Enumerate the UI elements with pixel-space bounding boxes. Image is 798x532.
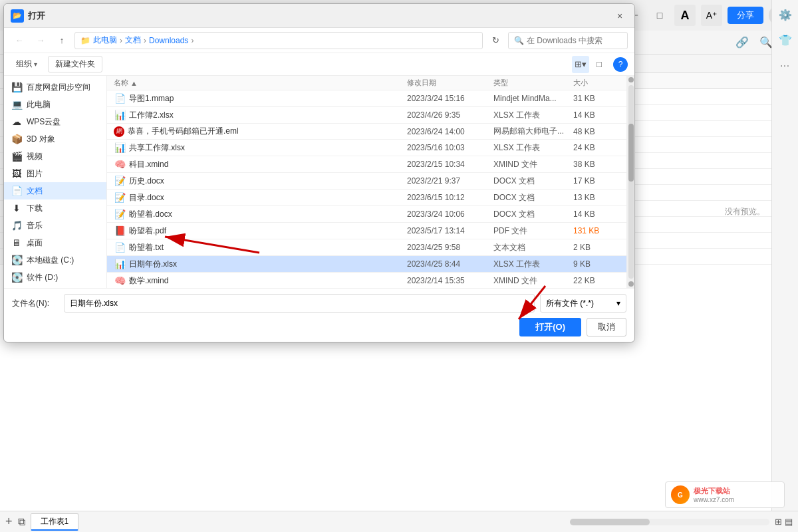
share-button[interactable]: 分享 — [728, 7, 763, 24]
grid-view-button[interactable]: ⊞▾ — [572, 56, 589, 73]
file-row-shared-xlsx[interactable]: 📊共享工作簿.xlsx 2023/5/16 10:03 XLSX 工作表 24 … — [107, 140, 626, 156]
file-icon-xmind1: 🧠 — [114, 158, 126, 170]
back-button[interactable]: ← — [11, 32, 28, 49]
header-size[interactable]: 大小 — [573, 78, 620, 88]
file-icon-date-xlsx: 📊 — [114, 258, 126, 270]
path-part-downloads[interactable]: Downloads — [149, 36, 188, 45]
file-type-math-xmind: XMIND 文件 — [493, 275, 573, 287]
forward-button[interactable]: → — [32, 32, 49, 49]
file-size-panwang-txt: 2 KB — [573, 243, 620, 252]
link-icon[interactable]: 🔗 — [735, 36, 749, 49]
sheet-bottom-bar: + ⧉ 工作表1 ⊞ ▤ — [0, 511, 798, 532]
watermark-text: 极光下载站 www.xz7.com — [694, 486, 734, 503]
add-sheet-button[interactable]: + — [5, 515, 13, 529]
sidebar-item-downloads[interactable]: ⬇ 下载 — [4, 200, 106, 217]
path-folder-icon: 📁 — [80, 36, 90, 45]
sidebar-icon-1[interactable]: ⚙️ — [776, 5, 795, 24]
drive-d-icon: 💽 — [11, 271, 23, 283]
font-plus-icon[interactable]: A⁺ — [701, 5, 722, 26]
maximize-button[interactable]: □ — [650, 6, 669, 25]
search-sheet-icon[interactable]: 🔍 — [759, 36, 773, 49]
file-size-eml: 48 KB — [573, 127, 620, 136]
file-icon-catalog: 📝 — [114, 192, 126, 203]
file-row-history[interactable]: 📝历史.docx 2023/2/21 9:37 DOCX 文档 17 KB — [107, 173, 626, 190]
sidebar-item-drive-d[interactable]: 💽 软件 (D:) — [4, 269, 106, 286]
right-sidebar: ⚙️ 👕 ··· — [771, 0, 798, 532]
file-list-scrollbar[interactable] — [626, 76, 634, 288]
cancel-button[interactable]: 取消 — [587, 318, 626, 336]
sidebar-item-desktop[interactable]: 🖥 桌面 — [4, 234, 106, 251]
open-button[interactable]: 打开(O) — [519, 318, 581, 336]
view-toggle-icon[interactable]: ▤ — [785, 517, 793, 527]
sidebar-item-pictures[interactable]: 🖼 图片 — [4, 165, 106, 182]
preview-button[interactable]: □ — [591, 56, 608, 73]
file-open-dialog: 📂 打开 × ← → ↑ 📁 此电脑 › 文档 › Downloads › ↻ … — [3, 3, 635, 342]
file-icon-panwang-pdf: 📕 — [114, 225, 126, 237]
no-preview-text: 没有预览。 — [725, 206, 765, 217]
sidebar-label-drive-d: 软件 (D:) — [27, 272, 58, 283]
file-type-mmap: Mindjet MindMa... — [493, 94, 573, 103]
file-size-panwang-docx: 14 KB — [573, 209, 620, 219]
view-buttons: ⊞▾ □ — [572, 56, 608, 73]
sidebar-item-wps[interactable]: ☁ WPS云盘 — [4, 113, 106, 130]
sidebar-item-3d[interactable]: 📦 3D 对象 — [4, 130, 106, 148]
file-row-panwang-txt[interactable]: 📄盼望着.txt 2023/4/25 9:58 文本文档 2 KB — [107, 239, 626, 256]
search-input[interactable] — [527, 36, 622, 45]
filetype-dropdown-icon: ▾ — [616, 299, 620, 308]
file-row-panwang-pdf[interactable]: 📕盼望着.pdf 2023/5/17 13:14 PDF 文件 131 KB — [107, 223, 626, 239]
file-row-date-xlsx[interactable]: 📊日期年份.xlsx 2023/4/25 8:44 XLSX 工作表 9 KB — [107, 256, 626, 273]
sidebar-item-music[interactable]: 🎵 音乐 — [4, 217, 106, 234]
baidu-icon: 💾 — [11, 81, 23, 93]
music-icon: 🎵 — [11, 219, 23, 231]
file-date-mmap: 2023/3/24 15:16 — [407, 94, 493, 103]
file-row-math-xmind[interactable]: 🧠数学.xmind 2023/2/14 15:35 XMIND 文件 22 KB — [107, 273, 626, 288]
sheet-tab-1[interactable]: 工作表1 — [31, 513, 79, 531]
file-size-xmind1: 38 KB — [573, 160, 620, 169]
sidebar-icon-shirt[interactable]: 👕 — [776, 31, 795, 49]
dialog-title-bar: 📂 打开 × — [4, 4, 634, 28]
file-date-math-xmind: 2023/2/14 15:35 — [407, 276, 493, 285]
sidebar-item-documents[interactable]: 📄 文档 — [4, 182, 106, 200]
path-part-documents[interactable]: 文档 — [125, 35, 141, 46]
nav-path[interactable]: 📁 此电脑 › 文档 › Downloads › — [74, 32, 483, 49]
sidebar-item-baidu[interactable]: 💾 百度网盘同步空间 — [4, 78, 106, 96]
file-row-xmind1[interactable]: 🧠科目.xmind 2023/2/15 10:34 XMIND 文件 38 KB — [107, 156, 626, 173]
file-row-eml[interactable]: 網 恭喜，手机号码邮箱已开通.eml 2023/6/24 14:00 网易邮箱大… — [107, 124, 626, 140]
layers-icon[interactable]: ⧉ — [18, 516, 25, 528]
header-name[interactable]: 名称 ▲ — [114, 78, 407, 88]
file-row-xlsx1[interactable]: 📊工作簿2.xlsx 2023/4/26 9:35 XLSX 工作表 14 KB — [107, 107, 626, 124]
file-date-panwang-docx: 2023/3/24 10:06 — [407, 209, 493, 219]
sidebar-icon-dots[interactable]: ··· — [776, 56, 795, 74]
file-row-panwang-docx[interactable]: 📝盼望着.docx 2023/3/24 10:06 DOCX 文档 14 KB — [107, 206, 626, 223]
new-folder-button[interactable]: 新建文件夹 — [48, 56, 102, 72]
filename-input[interactable] — [64, 294, 535, 313]
sidebar-item-video[interactable]: 🎬 视频 — [4, 148, 106, 165]
view-grid-icon[interactable]: ⊞ — [775, 517, 782, 527]
organize-button[interactable]: 组织 ▾ — [11, 57, 43, 71]
font-size-icon[interactable]: A — [674, 5, 696, 26]
help-button[interactable]: ? — [613, 57, 628, 72]
file-date-shared: 2023/5/16 10:03 — [407, 143, 493, 152]
desktop-icon: 🖥 — [11, 237, 23, 249]
file-row-mmap[interactable]: 📄导图1.mmap 2023/3/24 15:16 Mindjet MindMa… — [107, 90, 626, 107]
sidebar-item-computer[interactable]: 💻 此电脑 — [4, 96, 106, 113]
file-icon-xlsx1: 📊 — [114, 109, 126, 121]
header-date[interactable]: 修改日期 — [407, 78, 493, 88]
sidebar-item-drive-c[interactable]: 💽 本地磁盘 (C:) — [4, 251, 106, 269]
action-row: 打开(O) 取消 — [12, 318, 626, 336]
close-button[interactable]: × — [612, 8, 628, 24]
file-type-catalog: DOCX 文档 — [493, 192, 573, 203]
header-type[interactable]: 类型 — [493, 78, 573, 88]
sidebar-label-3d: 3D 对象 — [27, 134, 55, 145]
path-part-computer[interactable]: 此电脑 — [93, 35, 117, 46]
file-list-header: 名称 ▲ 修改日期 类型 大小 — [107, 76, 626, 90]
file-date-catalog: 2023/6/15 10:12 — [407, 193, 493, 202]
file-size-shared: 24 KB — [573, 143, 620, 152]
up-button[interactable]: ↑ — [53, 32, 70, 49]
file-type-panwang-txt: 文本文档 — [493, 242, 573, 253]
refresh-button[interactable]: ↻ — [487, 32, 504, 49]
file-row-catalog[interactable]: 📝目录.docx 2023/6/15 10:12 DOCX 文档 13 KB — [107, 190, 626, 206]
filetype-select[interactable]: 所有文件 (*.*) ▾ — [540, 294, 626, 313]
search-box[interactable]: 🔍 — [508, 32, 628, 49]
file-type-xmind1: XMIND 文件 — [493, 159, 573, 170]
